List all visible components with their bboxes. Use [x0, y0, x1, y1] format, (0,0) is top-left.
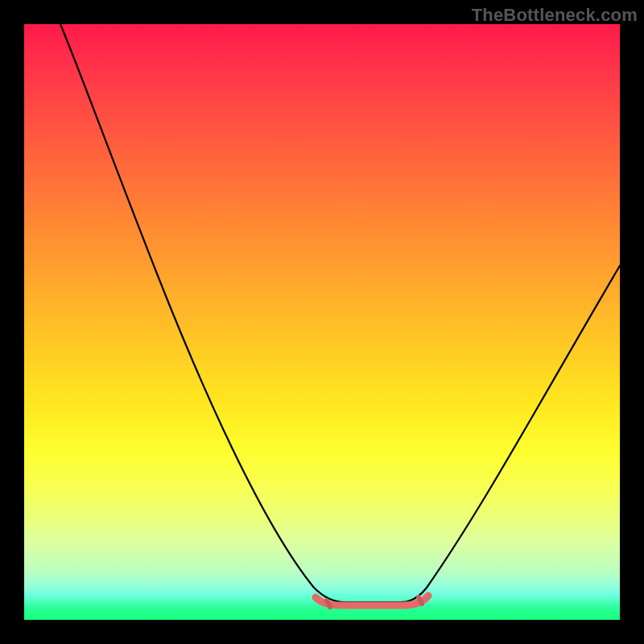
curve-bottom-notch-left — [327, 601, 330, 607]
chart-curve — [24, 24, 620, 620]
curve-main — [60, 24, 620, 602]
watermark-text: TheBottleneck.com — [472, 5, 638, 26]
curve-bottom-notch-right — [419, 597, 422, 604]
